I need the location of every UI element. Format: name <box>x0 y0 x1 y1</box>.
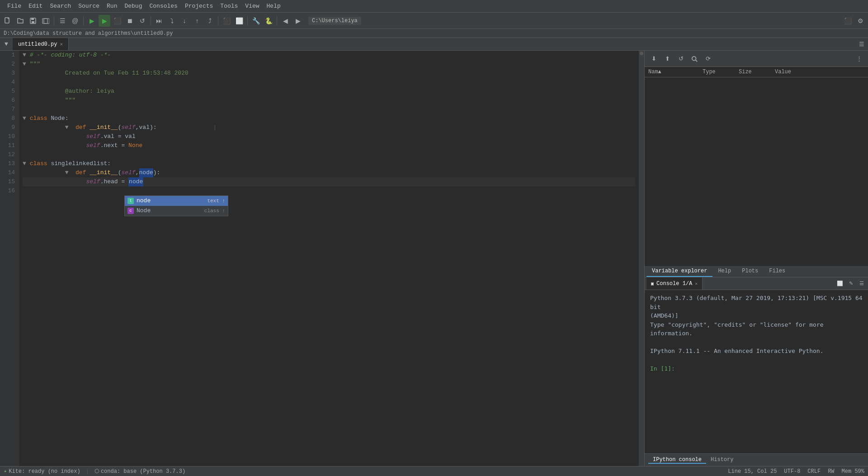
preferences-button[interactable]: 🔧 <box>250 15 262 27</box>
console-line-3: Type "copyright", "credits" or "license"… <box>650 320 863 338</box>
console-edit-btn[interactable]: ✎ <box>846 279 855 288</box>
step-into-button[interactable]: ↓ <box>179 15 190 27</box>
editor-content[interactable]: 1 2 3 4 5 6 7 8 9 10 11 12 13 14 15 16 <box>0 51 644 466</box>
console-output[interactable]: Python 3.7.3 (default, Mar 27 2019, 17:1… <box>645 290 868 453</box>
statusbar: ✦ Kite: ready (no index) | ⬡ conda: base… <box>0 466 868 476</box>
rp-refresh-button[interactable]: ↺ <box>675 53 686 64</box>
run-button[interactable]: ▶ <box>86 15 98 27</box>
maximize-window-button[interactable]: ⬛ <box>842 15 854 27</box>
ve-col-name[interactable]: Nam▲ <box>648 69 703 75</box>
rp-search-button[interactable] <box>689 53 700 64</box>
rp-sync-button[interactable]: ⟳ <box>703 53 713 64</box>
menu-debug[interactable]: Debug <box>121 2 146 10</box>
tab-close-button[interactable]: ✕ <box>60 41 63 47</box>
ve-tab-files[interactable]: Files <box>764 266 791 277</box>
menu-view[interactable]: View <box>241 2 263 10</box>
line-num-2: 2 <box>0 60 15 69</box>
code-line-10: self.val = val <box>23 132 635 141</box>
line-num-15: 15 <box>0 177 15 186</box>
ve-col-type[interactable]: Type <box>703 69 739 75</box>
code-line-8: ▼ class Node: <box>23 114 635 123</box>
line-numbers: 1 2 3 4 5 6 7 8 9 10 11 12 13 14 15 16 <box>0 51 19 466</box>
restart-button[interactable]: ↺ <box>137 15 148 27</box>
menu-projects[interactable]: Projects <box>181 2 217 10</box>
tab-history[interactable]: History <box>706 457 738 464</box>
ve-tab-plots[interactable]: Plots <box>736 266 764 277</box>
right-panel-toolbar: ⬇ ⬆ ↺ ⟳ ⋮ <box>645 51 868 67</box>
nav-back-button[interactable]: ◀ <box>279 15 291 27</box>
console-menu-btn[interactable]: ☰ <box>857 279 866 288</box>
console-controls: ⬜ ✎ ☰ <box>835 279 866 288</box>
menu-search[interactable]: Search <box>46 2 75 10</box>
outline-button[interactable]: ☰ <box>57 15 68 27</box>
tabs-menu-button[interactable]: ▼ <box>0 38 13 50</box>
position-status: Line 15, Col 25 <box>728 468 777 475</box>
tabs-empty-area <box>69 38 855 50</box>
console-tab-label: Console 1/A <box>656 281 692 287</box>
console-tab-icon: ▣ <box>651 281 654 286</box>
menu-help[interactable]: Help <box>263 2 284 10</box>
filepath-text: D:\Coding\data structure and algorithms\… <box>4 30 173 37</box>
menu-source[interactable]: Source <box>75 2 103 10</box>
console-tab-1[interactable]: ▣ Console 1/A ✕ <box>646 277 703 290</box>
code-line-3: Created on Tue Feb 11 19:53:48 2020 <box>23 69 635 78</box>
tab-ipython-console[interactable]: IPython console <box>648 457 706 464</box>
continue-button[interactable]: ⏭ <box>153 15 165 27</box>
variable-explorer-content <box>645 77 868 266</box>
breakpoint-button[interactable]: ⬛ <box>221 15 232 27</box>
ve-col-value[interactable]: Value <box>775 69 864 75</box>
autocomplete-dropdown[interactable]: t node text ↑ c Node class ↑ <box>124 195 228 216</box>
rp-download-button[interactable]: ⬇ <box>648 53 659 64</box>
editor-menu-button[interactable]: ☰ <box>855 38 868 50</box>
console-tab-close[interactable]: ✕ <box>695 281 698 286</box>
save-button[interactable] <box>27 15 39 27</box>
conda-button[interactable]: 🐍 <box>263 15 274 27</box>
conda-status: ⬡ conda: base (Python 3.7.3) <box>94 468 185 475</box>
menu-file[interactable]: File <box>4 2 25 10</box>
variable-explorer-header: Nam▲ Type Size Value <box>645 67 868 77</box>
line-num-5: 5 <box>0 87 15 96</box>
step-out-button[interactable]: ↑ <box>191 15 203 27</box>
code-line-5: @author: leiya <box>23 87 635 96</box>
line-num-1: 1 <box>0 51 15 60</box>
svg-rect-3 <box>31 18 34 20</box>
rp-settings-button[interactable]: ⋮ <box>854 53 864 64</box>
tab-untitled0[interactable]: untitled0.py ✕ <box>13 38 69 50</box>
code-area[interactable]: ▼ # -*- coding: utf-8 -*- ▼ """ Created … <box>19 51 639 466</box>
ve-col-size[interactable]: Size <box>739 69 775 75</box>
code-line-2: ▼ """ <box>23 60 635 69</box>
code-line-12 <box>23 150 635 159</box>
settings-right-button[interactable]: ⚙ <box>854 15 866 27</box>
jump-button[interactable]: ⤴ <box>204 15 216 27</box>
line-num-11: 11 <box>0 141 15 150</box>
scrollbar-thumb[interactable] <box>640 52 643 55</box>
maximize-button[interactable]: ⬜ <box>233 15 245 27</box>
menu-consoles[interactable]: Consoles <box>146 2 181 10</box>
new-file-button[interactable] <box>2 15 14 27</box>
run-file-button[interactable]: ▶ <box>99 15 110 27</box>
menu-tools[interactable]: Tools <box>217 2 241 10</box>
console-maximize-btn[interactable]: ⬜ <box>835 279 844 288</box>
debug-stop-button[interactable]: ⬛ <box>111 15 123 27</box>
separator-3 <box>151 16 151 25</box>
rp-upload-button[interactable]: ⬆ <box>662 53 673 64</box>
main-layout: 1 2 3 4 5 6 7 8 9 10 11 12 13 14 15 16 <box>0 51 868 466</box>
conda-icon: ⬡ <box>94 468 99 475</box>
code-line-15: self.head = node <box>23 177 635 186</box>
ve-tab-variable-explorer[interactable]: Variable explorer <box>646 266 712 277</box>
kite-text: Kite: ready (no index) <box>9 468 80 475</box>
toolbar: ☰ @ ▶ ▶ ⬛ ⏹ ↺ ⏭ ⤵ ↓ ↑ ⤴ ⬛ ⬜ 🔧 🐍 ◀ ▶ C:\U… <box>0 13 868 29</box>
save-all-button[interactable] <box>40 15 52 27</box>
nav-forward-button[interactable]: ▶ <box>292 15 304 27</box>
ac-item-Node[interactable]: c Node class ↑ <box>125 206 228 216</box>
ac-item-node[interactable]: t node text ↑ <box>125 196 228 206</box>
menu-run[interactable]: Run <box>103 2 121 10</box>
code-line-9: ▼ def __init__(self,val): | <box>23 123 635 132</box>
menu-edit[interactable]: Edit <box>25 2 46 10</box>
email-button[interactable]: @ <box>69 15 81 27</box>
ve-tab-help[interactable]: Help <box>712 266 736 277</box>
editor-scrollbar[interactable] <box>639 51 644 466</box>
stop-button[interactable]: ⏹ <box>124 15 136 27</box>
open-file-button[interactable] <box>14 15 26 27</box>
step-over-button[interactable]: ⤵ <box>166 15 178 27</box>
